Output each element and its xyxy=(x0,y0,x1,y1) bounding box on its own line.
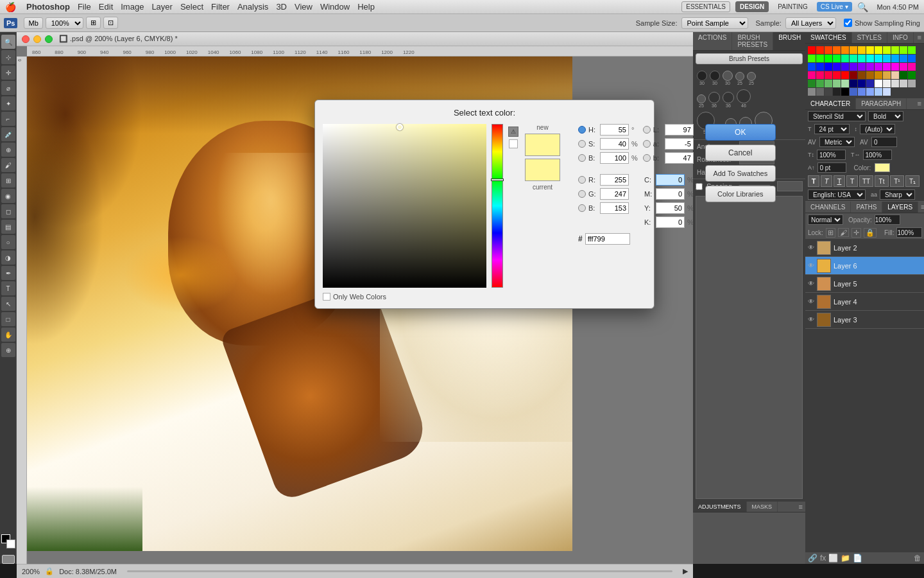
menu-file[interactable]: File xyxy=(78,2,91,12)
swatch[interactable] xyxy=(883,55,891,62)
gamut-warning-icon[interactable]: ⚠ xyxy=(508,127,518,137)
brush-circle-5[interactable] xyxy=(747,72,756,81)
link-layers-icon[interactable]: 🔗 xyxy=(808,554,817,563)
swatch[interactable] xyxy=(908,63,916,71)
tool-dodge[interactable]: ◑ xyxy=(1,250,15,265)
r-value-input[interactable]: 255 xyxy=(600,174,629,186)
view-mode-btn[interactable]: ⊞ xyxy=(86,17,101,29)
font-size-select[interactable]: 24 pt xyxy=(814,124,850,134)
swatch[interactable] xyxy=(808,80,816,87)
layer-row-layer2[interactable]: 👁 Layer 2 xyxy=(805,239,924,257)
tool-blur[interactable]: ○ xyxy=(1,235,15,249)
scale-v-input[interactable] xyxy=(817,150,846,160)
swatch[interactable] xyxy=(850,80,857,87)
brush-circle-9[interactable] xyxy=(737,89,751,103)
scroll-right-btn[interactable]: ▶ xyxy=(683,567,688,575)
swatch[interactable] xyxy=(866,63,874,71)
tool-shape[interactable]: □ xyxy=(1,312,15,326)
web-safe-warning[interactable] xyxy=(509,139,518,148)
menu-3d[interactable]: 3D xyxy=(276,2,287,12)
smallcaps-btn[interactable]: Tt xyxy=(875,175,889,187)
swatch[interactable] xyxy=(891,80,899,87)
menu-view[interactable]: View xyxy=(295,2,312,12)
swatch[interactable] xyxy=(808,71,816,79)
cancel-button[interactable]: Cancel xyxy=(705,144,776,161)
tool-zoom[interactable]: ⊕ xyxy=(1,343,15,357)
swatch[interactable] xyxy=(858,71,866,79)
tool-gradient[interactable]: ▤ xyxy=(1,220,15,234)
b2-radio[interactable] xyxy=(578,204,586,212)
swatch[interactable] xyxy=(858,63,866,71)
window-maximize-btn[interactable] xyxy=(45,35,53,43)
apple-menu[interactable]: 🍎 xyxy=(5,2,16,12)
swatch[interactable] xyxy=(808,55,816,62)
opacity-input[interactable] xyxy=(875,215,900,225)
bri-value-input[interactable]: 100 xyxy=(600,152,629,164)
swatch[interactable] xyxy=(908,71,916,79)
swatch[interactable] xyxy=(833,88,841,96)
background-color[interactable] xyxy=(6,539,15,548)
swatch[interactable] xyxy=(858,88,866,96)
allcaps-btn[interactable]: TT xyxy=(859,175,873,187)
tool-brush[interactable]: 🖌 xyxy=(1,158,15,172)
window-minimize-btn[interactable] xyxy=(33,35,41,43)
layer-visibility-layer3[interactable]: 👁 xyxy=(808,316,814,323)
underline-btn[interactable]: T xyxy=(834,175,845,187)
tab-brush-presets[interactable]: BRUSH PRESETS xyxy=(732,32,773,50)
tool-move[interactable]: ✛ xyxy=(1,66,15,80)
sample-size-dropdown[interactable]: Point Sample 3 by 3 Average xyxy=(681,17,748,29)
menu-photoshop[interactable]: Photoshop xyxy=(26,2,70,12)
swatch[interactable] xyxy=(875,80,882,87)
tool-heal[interactable]: ⊕ xyxy=(1,143,15,157)
brush-size-select[interactable]: 100% xyxy=(46,17,83,29)
fill-input[interactable] xyxy=(896,227,922,238)
swatch[interactable] xyxy=(850,55,857,62)
y-value-input[interactable]: 50 xyxy=(656,202,685,214)
layer-visibility-layer5[interactable]: 👁 xyxy=(808,280,814,287)
swatch[interactable] xyxy=(900,71,907,79)
sample-dropdown[interactable]: All Layers xyxy=(785,17,836,29)
l-value-input[interactable]: 97 xyxy=(665,124,694,136)
swatch[interactable] xyxy=(816,55,824,62)
menu-image[interactable]: Image xyxy=(121,2,144,12)
add-mask-icon[interactable]: ⬜ xyxy=(828,554,838,563)
hue-slider[interactable] xyxy=(492,124,503,288)
scroll-indicator[interactable] xyxy=(127,570,672,572)
brush-circle-1[interactable] xyxy=(697,71,707,81)
swatches-menu[interactable]: ≡ xyxy=(915,32,924,43)
layer-row-layer6[interactable]: 👁 Layer 6 xyxy=(805,257,924,275)
brush-circle-2[interactable] xyxy=(710,71,720,81)
scale-h-input[interactable] xyxy=(863,150,892,160)
lock-all-icon[interactable]: 🔒 xyxy=(864,228,877,238)
cs-live-btn[interactable]: CS Live ▾ xyxy=(817,2,852,12)
swatch[interactable] xyxy=(883,46,891,54)
kerning-type-select[interactable]: Metrics xyxy=(819,137,855,147)
swatch[interactable] xyxy=(908,55,916,62)
swatch[interactable] xyxy=(866,46,874,54)
swatch[interactable] xyxy=(850,88,857,96)
ok-button[interactable]: OK xyxy=(705,124,776,141)
menu-window[interactable]: Window xyxy=(320,2,350,12)
swatch[interactable] xyxy=(833,71,841,79)
tool-pen[interactable]: ✒ xyxy=(1,266,15,280)
lock-transparent-icon[interactable]: ⊞ xyxy=(826,228,835,238)
swatch[interactable] xyxy=(816,71,824,79)
b2-value-input[interactable]: 153 xyxy=(600,202,629,214)
add-style-icon[interactable]: fx xyxy=(820,554,826,563)
tool-hand[interactable]: ✋ xyxy=(1,328,15,342)
antialiasing-select[interactable]: Sharp xyxy=(880,189,915,200)
lock-position-icon[interactable]: ✛ xyxy=(851,228,861,238)
swatch[interactable] xyxy=(850,46,857,54)
spacing-checkbox[interactable] xyxy=(696,183,703,190)
swatch[interactable] xyxy=(841,80,849,87)
swatch[interactable] xyxy=(833,55,841,62)
swatch[interactable] xyxy=(866,80,874,87)
tab-character[interactable]: CHARACTER xyxy=(805,98,856,109)
italic-btn[interactable]: T xyxy=(821,175,832,187)
hex-input[interactable]: fff799 xyxy=(585,233,630,245)
swatch[interactable] xyxy=(808,63,816,71)
tool-crop[interactable]: ⌐ xyxy=(1,112,15,126)
swatch[interactable] xyxy=(858,80,866,87)
menu-help[interactable]: Help xyxy=(357,2,375,12)
tool-lasso[interactable]: ⌀ xyxy=(1,81,15,95)
